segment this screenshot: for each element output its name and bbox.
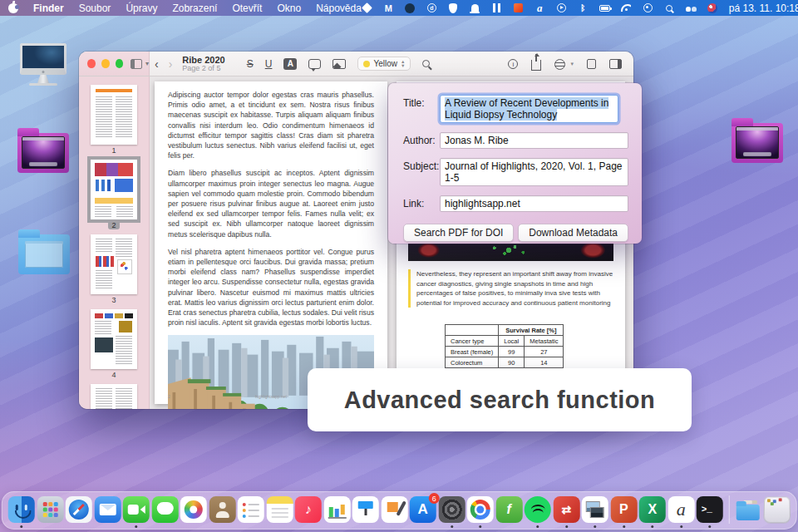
m-app-icon[interactable]: M: [383, 2, 394, 13]
dock-finder-icon[interactable]: [8, 496, 35, 523]
dock-mail-icon[interactable]: [94, 496, 121, 523]
spotlight-search-icon[interactable]: [664, 2, 675, 13]
strikethrough-icon[interactable]: S: [247, 58, 254, 70]
dock-powerpoint-icon[interactable]: P: [610, 496, 637, 523]
highlights-status-icon[interactable]: a: [534, 2, 545, 13]
dock-appstore-icon[interactable]: A6: [410, 496, 436, 523]
zoom-button[interactable]: [116, 59, 124, 68]
desktop-folder-pink-1[interactable]: [17, 133, 69, 173]
thumbnail-number: 4: [111, 371, 116, 379]
dock-numbers-icon[interactable]: [323, 496, 350, 523]
fast-user-switch-icon[interactable]: [686, 2, 697, 13]
dock-launchpad-icon[interactable]: [37, 496, 63, 523]
dock-downloads-folder-icon[interactable]: [735, 496, 761, 523]
wifi-icon[interactable]: [621, 2, 632, 13]
search-pdf-doi-button[interactable]: Search PDF for DOI: [403, 224, 514, 242]
dock-facetime-icon[interactable]: [123, 496, 150, 523]
dock-highlights-icon[interactable]: a: [667, 496, 694, 523]
thumbnail-sidebar: 1 2 3: [79, 76, 150, 409]
dock-screenshare-icon[interactable]: ⇄: [553, 496, 579, 523]
sphere-app-icon[interactable]: [707, 2, 718, 13]
dock-lens-app-icon[interactable]: [438, 496, 465, 523]
menu-item-napoveda[interactable]: Nápověda: [316, 2, 362, 14]
share-icon[interactable]: [531, 60, 541, 71]
dock-safari-icon[interactable]: [66, 496, 92, 523]
dock-terminal-icon[interactable]: >_: [697, 496, 723, 523]
dock-spotify-icon[interactable]: [525, 496, 551, 523]
dock-notes-icon[interactable]: [266, 496, 293, 523]
forward-button[interactable]: ›: [164, 57, 178, 71]
subject-field[interactable]: Journal of Highlights, 2020, Vol. 1, Pag…: [440, 158, 628, 186]
minimize-button[interactable]: [101, 59, 110, 68]
sidebar-chevron-icon[interactable]: ▾: [145, 60, 149, 67]
d-ring-icon[interactable]: d: [426, 2, 437, 13]
title-value: A Review of Recent Developments in Liqui…: [445, 97, 608, 121]
imac-base: [29, 83, 57, 86]
highlight-color-select[interactable]: Yellow ▲▼: [357, 57, 411, 71]
desktop-folder-blue[interactable]: [18, 234, 70, 274]
window-preview: [25, 241, 63, 268]
imac-display-icon: [20, 43, 66, 75]
menu-clock[interactable]: pá 13. 11. 10:18: [729, 2, 798, 14]
comment-icon[interactable]: [308, 59, 321, 69]
highlight-text-icon[interactable]: A: [283, 58, 297, 70]
dark-app-icon[interactable]: [405, 2, 416, 13]
dock-keynote-icon[interactable]: [352, 496, 379, 523]
metadata-popover: Title: A Review of Recent Developments i…: [388, 83, 642, 244]
thumbnail-number: 3: [111, 296, 116, 304]
thumbnail-number: 2: [108, 221, 119, 229]
menu-item-upravy[interactable]: Úpravy: [126, 2, 157, 14]
globe-icon[interactable]: [554, 59, 565, 70]
menu-item-finder[interactable]: Finder: [33, 2, 64, 14]
battery-icon[interactable]: [599, 2, 610, 13]
sidebar-toggle-icon[interactable]: [131, 59, 142, 69]
page-thumbnail-5[interactable]: [91, 384, 137, 409]
author-field[interactable]: Jonas M. Ribe: [440, 132, 628, 149]
orange-app-icon[interactable]: [513, 2, 524, 13]
back-button[interactable]: ‹: [150, 57, 164, 71]
bell-icon[interactable]: [470, 2, 480, 13]
dock-trash-icon[interactable]: [763, 496, 791, 523]
user-circle-icon[interactable]: [643, 2, 653, 13]
desktop-folder-pink-2[interactable]: [732, 123, 783, 163]
page-thumbnail-4[interactable]: 4: [91, 309, 137, 379]
dock-feedly-icon[interactable]: f: [495, 496, 522, 523]
dock-reminders-icon[interactable]: [238, 496, 264, 523]
menu-item-otevrit[interactable]: Otevřít: [232, 2, 262, 14]
menu-item-zobrazeni[interactable]: Zobrazení: [172, 2, 217, 14]
search-icon[interactable]: [422, 60, 430, 67]
page-indicator: Page 2 of 5: [182, 65, 224, 73]
desktop-icon-imac[interactable]: [20, 43, 66, 86]
title-field[interactable]: A Review of Recent Developments in Liqui…: [440, 95, 618, 123]
panel-layout-icon[interactable]: [609, 59, 622, 69]
shield-icon[interactable]: [448, 2, 459, 13]
dropbox-icon[interactable]: [362, 2, 372, 13]
apple-menu-icon[interactable]: [8, 3, 18, 13]
page-thumbnail-2[interactable]: 2: [91, 160, 137, 229]
menu-item-soubor[interactable]: Soubor: [79, 2, 111, 14]
dock-excel-icon[interactable]: X: [639, 496, 666, 523]
menu-item-okno[interactable]: Okno: [277, 2, 301, 14]
bluetooth-icon[interactable]: ᛒ: [578, 2, 589, 13]
dock-photos-icon[interactable]: [180, 496, 207, 523]
page-thumbnail-3[interactable]: 3: [91, 234, 137, 304]
link-field[interactable]: highlightsapp.net: [440, 195, 628, 212]
imac-stand: [37, 75, 49, 83]
underline-icon[interactable]: U: [265, 58, 273, 70]
dock-contacts-icon[interactable]: [209, 496, 235, 523]
dock-chrome-icon[interactable]: [467, 496, 494, 523]
image-annotation-icon[interactable]: [332, 59, 346, 69]
stats-bars-icon[interactable]: [491, 2, 502, 13]
download-metadata-button[interactable]: Download Metadata: [518, 224, 628, 242]
play-circle-icon[interactable]: [556, 2, 567, 13]
copy-pages-icon[interactable]: [587, 59, 596, 69]
dock-preview-icon[interactable]: [582, 496, 608, 523]
close-button[interactable]: [87, 59, 96, 68]
dock-pages-icon[interactable]: [381, 496, 407, 523]
desktop: Finder Soubor Úpravy Zobrazení Otevřít O…: [0, 0, 798, 532]
dock-messages-icon[interactable]: [151, 496, 178, 523]
info-icon[interactable]: i: [508, 59, 518, 69]
pdf-left-page[interactable]: Adipiscing auctor tempor dolor egestas c…: [155, 81, 387, 404]
dock-music-icon[interactable]: ♪: [295, 496, 322, 523]
page-thumbnail-1[interactable]: 1: [91, 85, 137, 155]
